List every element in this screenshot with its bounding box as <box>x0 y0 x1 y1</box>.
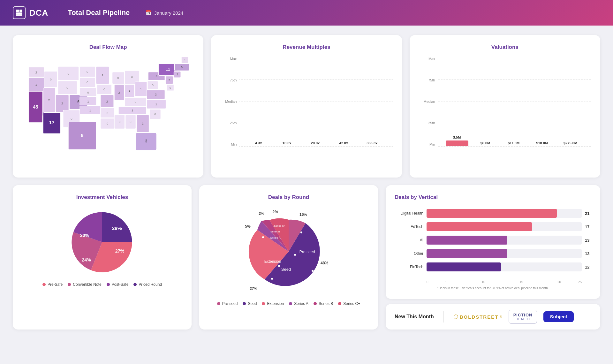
svg-point-105 <box>312 270 314 272</box>
legend-priced-round: Priced Round <box>133 282 162 287</box>
svg-text:0: 0 <box>170 86 171 89</box>
svg-text:0: 0 <box>87 91 89 94</box>
legend-pre-safe: Pre-Safe <box>42 282 63 287</box>
svg-text:29%: 29% <box>112 225 122 231</box>
svg-text:Extension: Extension <box>264 259 281 264</box>
deals-by-vertical-card: Deals by Vertical Digital Health 21 EdTe… <box>386 185 600 299</box>
svg-text:Seed: Seed <box>281 267 291 272</box>
svg-text:2: 2 <box>169 79 170 82</box>
bottom-row: Investment Vehicles <box>13 185 600 330</box>
svg-text:0: 0 <box>50 78 52 81</box>
svg-text:11: 11 <box>166 67 170 72</box>
us-map: 17 2 1 45 2 17 2 <box>22 57 194 167</box>
legend-post-safe: Post-Safe <box>107 282 129 287</box>
svg-text:0: 0 <box>107 111 109 115</box>
svg-text:2: 2 <box>35 71 37 74</box>
deals-by-vertical-title: Deals by Vertical <box>395 194 591 201</box>
top-row: Deal Flow Map 17 2 1 45 2 <box>13 35 600 178</box>
valuations-card: Valuations Max 75th Median 25th Min <box>410 35 600 178</box>
boldstreet-logo: ⬡ BOLDSTREET ® <box>453 313 502 320</box>
vbar-digital-health: Digital Health 21 <box>395 209 591 218</box>
svg-text:1: 1 <box>184 59 185 62</box>
deal-flow-map-title: Deal Flow Map <box>22 44 194 50</box>
svg-text:2: 2 <box>177 73 178 76</box>
svg-text:8: 8 <box>81 133 84 138</box>
svg-text:5%: 5% <box>245 224 251 229</box>
svg-text:0: 0 <box>87 70 88 73</box>
val-bar-5: $275.0M <box>559 141 582 146</box>
rm-bar-1: 4.3x <box>247 141 270 146</box>
svg-text:2%: 2% <box>272 210 278 214</box>
svg-text:2: 2 <box>118 91 120 94</box>
pre-safe-dot <box>42 283 46 286</box>
svg-text:20%: 20% <box>80 233 89 238</box>
svg-text:0: 0 <box>67 72 69 75</box>
svg-point-115 <box>278 265 280 267</box>
val-bar-2: $6.0M <box>474 141 497 146</box>
y-label-25: 25th <box>220 121 239 125</box>
svg-text:2: 2 <box>155 93 156 96</box>
svg-point-107 <box>262 236 264 238</box>
new-this-month-section: New This Month ⬡ BOLDSTREET ® PICTION HE… <box>386 304 600 330</box>
vertical-note: *Deals in these 5 verticals account for … <box>395 286 591 290</box>
svg-text:Series B: Series B <box>270 230 280 233</box>
svg-text:Series C+: Series C+ <box>274 224 285 227</box>
post-safe-dot <box>107 283 110 286</box>
svg-text:1: 1 <box>140 87 142 91</box>
y-label-median: Median <box>220 100 239 103</box>
vbar-edtech: EdTech 17 <box>395 222 591 231</box>
svg-text:0: 0 <box>134 100 136 103</box>
deals-by-round-legend: Pre-seed Seed Extension Series A Series … <box>208 301 369 306</box>
priced-round-dot <box>133 283 137 286</box>
y-label-min: Min <box>220 142 239 146</box>
svg-text:1: 1 <box>89 109 91 112</box>
svg-text:1: 1 <box>155 102 157 106</box>
svg-text:27%: 27% <box>250 286 257 291</box>
header-date: 📅 January 2024 <box>146 10 183 16</box>
calendar-icon: 📅 <box>146 10 152 16</box>
svg-text:4: 4 <box>156 74 158 78</box>
svg-text:0: 0 <box>130 120 132 124</box>
revenue-multiples-title: Revenue Multiples <box>220 44 393 50</box>
svg-text:1: 1 <box>87 100 89 103</box>
vbar-other: Other 13 <box>395 249 591 258</box>
valuations-title: Valuations <box>419 44 591 50</box>
svg-text:1: 1 <box>35 83 37 86</box>
investment-vehicles-title: Investment Vehicles <box>22 194 183 201</box>
date-text: January 2024 <box>154 10 183 16</box>
header-divider <box>58 6 58 19</box>
logo: DCA <box>13 6 48 19</box>
svg-text:0: 0 <box>87 80 88 84</box>
svg-text:16%: 16% <box>299 212 307 217</box>
rm-bar-3: 20.0x <box>304 141 327 146</box>
svg-point-114 <box>294 254 296 256</box>
svg-text:Series A: Series A <box>270 236 281 239</box>
val-bar-4: $18.0M <box>531 141 553 146</box>
svg-text:0: 0 <box>103 87 105 91</box>
svg-text:48%: 48% <box>321 261 328 265</box>
svg-rect-3 <box>16 14 22 16</box>
deals-by-round-title: Deals by Round <box>208 194 369 201</box>
svg-text:0: 0 <box>152 83 154 87</box>
new-this-month-label: New This Month <box>395 314 434 320</box>
svg-rect-1 <box>19 10 22 12</box>
svg-text:3: 3 <box>145 139 147 143</box>
svg-text:2: 2 <box>142 122 143 125</box>
svg-rect-2 <box>16 12 22 14</box>
svg-text:1: 1 <box>129 89 130 92</box>
company-logos: ⬡ BOLDSTREET ® PICTION HEALTH Subject <box>453 310 574 324</box>
header: DCA Total Deal Pipeline 📅 January 2024 <box>0 0 613 26</box>
investment-vehicles-card: Investment Vehicles <box>13 185 192 330</box>
piction-logo: PICTION HEALTH <box>509 310 537 324</box>
svg-text:2: 2 <box>48 98 50 102</box>
val-bar-3: $11.0M <box>502 141 525 146</box>
y-label-75: 75th <box>220 78 239 82</box>
main-content: Deal Flow Map 17 2 1 45 2 <box>0 26 613 339</box>
right-column: Deals by Vertical Digital Health 21 EdTe… <box>386 185 600 330</box>
convertible-dot <box>68 283 71 286</box>
deal-flow-map-card: Deal Flow Map 17 2 1 45 2 <box>13 35 203 178</box>
svg-text:17: 17 <box>49 120 55 125</box>
logo-text: DCA <box>29 8 48 18</box>
val-bar-1: $.5M <box>446 135 468 146</box>
rm-bar-4: 42.0x <box>332 141 355 146</box>
